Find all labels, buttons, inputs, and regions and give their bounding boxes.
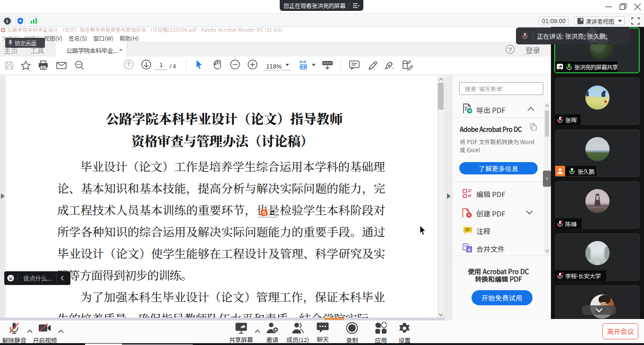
svg-text:n.: n.: [392, 67, 394, 69]
